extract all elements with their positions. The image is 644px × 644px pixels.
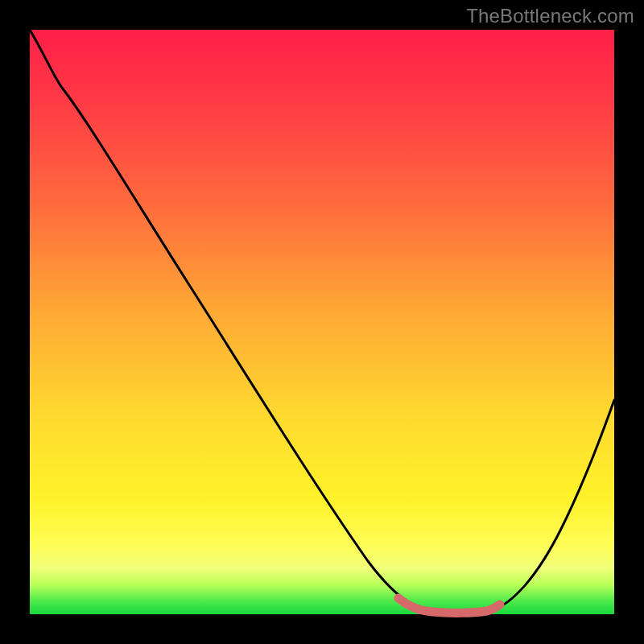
plot-area — [30, 30, 614, 614]
bottleneck-curve — [30, 30, 614, 613]
curve-svg — [30, 30, 614, 614]
watermark-text: TheBottleneck.com — [466, 5, 634, 27]
optimal-range-marker — [398, 598, 500, 613]
chart-frame: TheBottleneck.com — [0, 0, 644, 644]
